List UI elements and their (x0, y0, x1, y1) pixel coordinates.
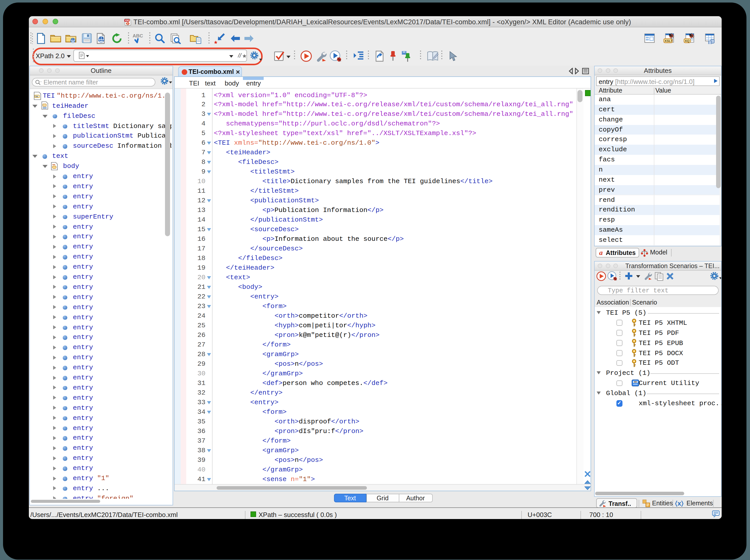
svg-text://: // (238, 52, 242, 59)
svg-text:XSLT: XSLT (665, 39, 673, 43)
svg-text:XML: XML (125, 19, 130, 21)
svg-text:TEI: TEI (35, 95, 38, 98)
svg-text:XQ: XQ (685, 39, 690, 43)
svg-text:ABC: ABC (132, 33, 143, 38)
svg-text:〈x〉: 〈x〉 (675, 500, 683, 507)
